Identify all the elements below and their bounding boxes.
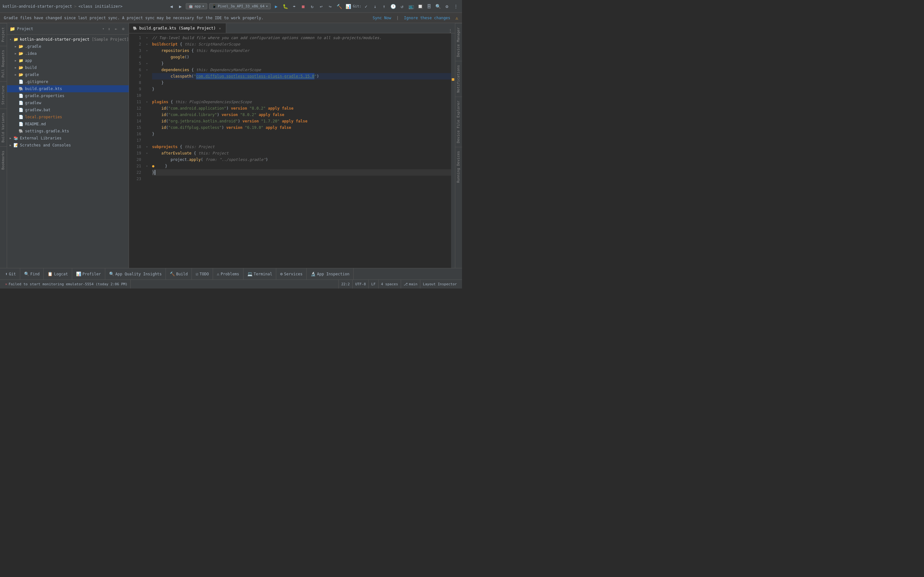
fold-18[interactable]: ▾ [144,143,150,150]
status-line-ending[interactable]: LF [368,280,378,289]
status-position[interactable]: 22:2 [338,280,352,289]
git-history-button[interactable]: 🕐 [389,3,397,10]
tree-root[interactable]: ▾ 📁 kotlin-android-starter-project [Samp… [7,36,129,43]
layout-inspector-button[interactable]: 🔲 [417,3,423,10]
status-layout-inspector[interactable]: Layout Inspector [420,280,459,289]
tree-item-build-gradle[interactable]: ▶ 🐘 build.gradle.kts [7,85,129,92]
bottom-tab-logcat[interactable]: 📋 Logcat [44,268,72,280]
rvt-running-devices[interactable]: Running Devices [455,147,462,187]
lvt-structure[interactable]: Structure [0,81,7,109]
panel-settings-icon[interactable]: ⚙ [120,26,126,32]
fold-19[interactable]: ▾ [144,150,150,156]
rvt-device-file-explorer[interactable]: Device File Explorer [455,97,462,147]
lvt-project[interactable]: Project [0,23,7,46]
fold-6[interactable]: ▾ [144,67,150,73]
ln-2: 2 [129,41,141,47]
bottom-tab-aqi[interactable]: 🔍 App Quality Insights [105,268,166,280]
panel-sync-icon[interactable]: ↕ [106,26,112,32]
tab-overflow-button[interactable]: ⋮ [446,28,455,33]
bottom-tab-problems[interactable]: ⚠ Problems [213,268,244,280]
stop-button[interactable]: ■ [300,3,307,10]
search-everywhere-button[interactable]: 🔍 [435,3,441,10]
code-line-12: id ( "com.android.application" ) version… [152,105,451,111]
sync-now-button[interactable]: Sync Now [373,16,391,20]
status-encoding[interactable]: UTF-8 [352,280,368,289]
editor-tab-build-gradle[interactable]: 🐘 build.gradle.kts (Sample Project) ✕ [129,23,226,33]
tree-item-scratches[interactable]: ▶ 📝 Scratches and Consoles [7,142,129,149]
tree-item-idea[interactable]: ▶ 📂 .idea [7,50,129,57]
redo-button[interactable]: ↪ [326,3,334,10]
tab-close-button[interactable]: ✕ [218,26,222,31]
ignore-changes-button[interactable]: Ignore these changes [404,16,451,20]
tree-item-gradle-hidden[interactable]: ▶ 📂 .gradle [7,43,129,50]
build-button[interactable]: 🔨 [336,3,342,10]
fold-11[interactable]: ▾ [144,99,150,105]
tree-item-gitignore[interactable]: ▶ 📄 .gitignore [7,78,129,85]
tree-item-readme[interactable]: ▶ 📄 README.md [7,121,129,127]
status-bar-right: 22:2 UTF-8 LF 4 spaces ⎇ main Layout Ins… [338,280,459,289]
bottom-tab-find[interactable]: 🔍 Find [20,268,44,280]
settings-button[interactable]: ⚙ [443,3,451,10]
bottom-tab-git[interactable]: ⬆ Git [1,268,20,280]
run-button[interactable]: ▶ [273,3,280,10]
ln-18: 18 [129,143,141,150]
navigate-forward-icon[interactable]: ▶ [177,3,184,10]
tree-item-app[interactable]: ▶ 📁 app [7,57,129,64]
bottom-tab-services[interactable]: ⚙ Services [276,268,307,280]
undo-button[interactable]: ↩ [318,3,325,10]
git-push-button[interactable]: ↑ [381,3,388,10]
lvt-build-variants[interactable]: Build Variants [0,109,7,147]
tree-item-gradlew[interactable]: ▶ 📄 gradlew [7,99,129,106]
git-update-button[interactable]: ↓ [372,3,379,10]
more-actions-button[interactable]: ⋮ [452,3,459,10]
git-commit-button[interactable]: ✓ [363,3,370,10]
debug-button[interactable]: 🐛 [282,3,289,10]
fold-1[interactable]: ▾ [144,35,150,41]
gradle-hidden-expand: ▶ [15,45,19,48]
panel-collapse-icon[interactable]: ⇤ [113,26,119,32]
bottom-tab-profiler[interactable]: 📊 Profiler [72,268,105,280]
lvt-pull-requests[interactable]: Pull Requests [0,46,7,81]
device-selector[interactable]: 📱 Pixel_3a_API_33_x86_64 ▾ [209,3,271,9]
device-mirror-button[interactable]: 📺 [407,3,415,10]
breadcrumb-sep1: > [74,4,77,9]
fold-3[interactable]: ▾ [144,47,150,54]
rvt-device-manager[interactable]: Device Manager [455,23,462,61]
fold-2[interactable]: ▾ [144,41,150,47]
fold-21[interactable]: ▾ [144,163,150,169]
tree-item-gradle-props[interactable]: ▶ 📄 gradle.properties [7,92,129,99]
gitignore-icon: 📄 [19,79,24,84]
lvt-bookmarks[interactable]: Bookmarks [0,147,7,174]
status-error-item[interactable]: ✕ Failed to start monitoring emulator-55… [3,280,131,289]
rvt-notifications[interactable]: Notifications [455,61,462,97]
gradle-hidden-label: .gradle [25,44,41,49]
code-line-19: afterEvaluate { this: Project [152,150,451,156]
run-config-selector[interactable]: 🤖 app ▾ [186,3,207,9]
bottom-tab-todo[interactable]: ☑ TODO [192,268,213,280]
bottom-tab-build[interactable]: 🔨 Build [166,268,192,280]
tree-item-settings-gradle[interactable]: ▶ 🐘 settings.gradle.kts [7,127,129,135]
tree-item-external-libs[interactable]: ▶ 📚 External Libraries [7,135,129,142]
fold-5[interactable]: ▾ [144,60,150,67]
run-with-coverage-button[interactable]: ☂ [291,3,298,10]
fold-9 [144,86,150,92]
tree-item-local-props[interactable]: ▶ 📄 local.properties [7,113,129,121]
rollback-button[interactable]: ↺ [399,3,405,10]
services-tab-label: Services [284,272,302,276]
project-icon: 📁 [10,26,15,31]
tree-item-gradle-dir[interactable]: ▶ 📂 gradle [7,71,129,78]
navigate-back-icon[interactable]: ◀ [168,3,175,10]
status-branch[interactable]: ⎇ main [401,280,420,289]
code-content[interactable]: // Top-level build file where you can ad… [150,33,451,268]
database-inspector-button[interactable]: 🗄 [425,3,433,10]
bottom-tab-terminal[interactable]: 💻 Terminal [244,268,276,280]
status-indent[interactable]: 4 spaces [378,280,401,289]
bottom-tab-app-inspection[interactable]: 🔬 App Inspection [307,268,354,280]
sync-project-button[interactable]: ↻ [309,3,316,10]
local-props-label: local.properties [25,115,62,119]
tree-item-gradlew-bat[interactable]: ▶ 📄 gradlew.bat [7,106,129,113]
tree-item-build[interactable]: ▶ 📂 build [7,64,129,71]
ln-16: 16 [129,131,141,137]
profile-button[interactable]: 📊 [344,3,352,10]
panel-dropdown-arrow[interactable]: ▾ [102,27,104,31]
